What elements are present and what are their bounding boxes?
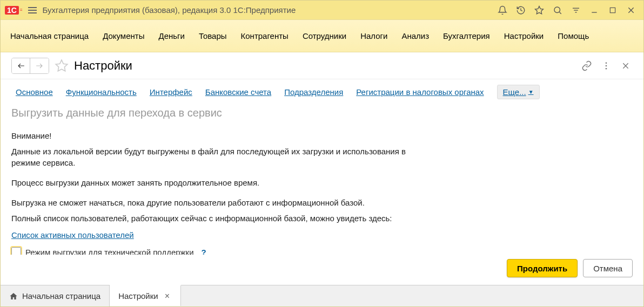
bottom-tabs: Начальная страница Настройки × [1,285,643,306]
title-actions [494,2,639,18]
menu-item-analysis[interactable]: Анализ [400,28,430,44]
content-area: Выгрузить данные для перехода в сервис В… [1,104,643,255]
nav-forward-button[interactable] [30,58,49,73]
menu-item-help[interactable]: Помощь [556,28,590,44]
menu-item-goods[interactable]: Товары [198,28,228,44]
menu-item-settings[interactable]: Настройки [503,28,545,44]
info-text-2: Процесс выгрузки данных может занять про… [11,177,433,188]
menu-item-home[interactable]: Начальная страница [9,28,90,44]
svg-point-11 [606,62,607,64]
menu-item-counterparties[interactable]: Контрагенты [240,28,290,44]
nav-back-button[interactable] [12,58,30,73]
nav-group [11,58,49,74]
title-bar: 1C≡ Бухгалтерия предприятия (базовая), р… [1,1,643,20]
active-users-link[interactable]: Список активных пользователей [11,230,633,240]
subnav-main[interactable]: Основное [16,87,53,97]
bottom-tab-label: Настройки [118,291,158,301]
svg-marker-0 [535,6,544,13]
subnav-more-button[interactable]: Еще... ▼ [497,85,540,99]
menu-item-documents[interactable]: Документы [102,28,145,44]
subnav-bank-accounts[interactable]: Банковские счета [205,87,271,97]
minimize-icon[interactable] [586,2,602,18]
tab-close-icon[interactable]: × [163,291,172,301]
svg-marker-10 [56,60,68,71]
buttons-row: Продолжить Отмена [1,255,643,285]
subnav-interface[interactable]: Интерфейс [150,87,192,97]
info-text-1: Данные из локальной версии будут выгруже… [11,146,433,168]
menu-item-employees[interactable]: Сотрудники [301,28,347,44]
app-logo: 1C≡ [5,6,22,15]
star-icon[interactable] [531,2,547,18]
svg-rect-7 [610,8,615,12]
home-icon [9,292,18,301]
page-title: Настройки [74,59,132,73]
chevron-down-icon: ▼ [528,89,534,95]
page-header-actions [580,59,633,73]
info-text-4: Полный список пользователей, работающих … [11,213,433,224]
filter-icon[interactable] [568,2,584,18]
subnav-divisions[interactable]: Подразделения [284,87,343,97]
page-header: Настройки [1,52,643,79]
checkbox-row: Режим выгрузки для технической поддержки… [11,247,633,255]
close-icon[interactable] [623,2,639,18]
checkbox-label: Режим выгрузки для технической поддержки [25,248,194,255]
subnav-tax-registrations[interactable]: Регистрации в налоговых органах [356,87,484,97]
link-icon[interactable] [580,59,594,73]
subnav-more-label: Еще... [503,87,526,97]
svg-point-13 [606,67,607,69]
svg-point-1 [554,7,560,13]
tech-support-mode-checkbox[interactable] [11,247,21,255]
favorite-star-icon[interactable] [55,59,69,73]
history-icon[interactable] [513,2,529,18]
more-vertical-icon[interactable] [599,59,613,73]
bottom-tab-settings[interactable]: Настройки × [110,285,181,306]
bell-icon[interactable] [494,2,511,18]
cancel-button[interactable]: Отмена [583,259,633,277]
main-menu: Начальная страница Документы Деньги Това… [1,20,643,52]
menu-item-money[interactable]: Деньги [157,28,185,44]
bottom-tab-label: Начальная страница [22,291,100,301]
sub-nav: Основное Функциональность Интерфейс Банк… [1,79,643,104]
menu-icon[interactable] [26,4,38,16]
menu-item-accounting[interactable]: Бухгалтерия [442,28,491,44]
menu-item-taxes[interactable]: Налоги [359,28,388,44]
subnav-functionality[interactable]: Функциональность [66,87,137,97]
help-icon[interactable]: ? [202,248,206,255]
search-icon[interactable] [549,2,566,18]
info-text-3: Выгрузка не сможет начаться, пока другие… [11,197,433,208]
close-page-icon[interactable] [619,59,633,73]
svg-line-2 [559,12,561,13]
continue-button[interactable]: Продолжить [507,259,578,277]
app-title: Бухгалтерия предприятия (базовая), редак… [43,5,296,15]
section-heading: Выгрузить данные для перехода в сервис [11,107,633,119]
maximize-icon[interactable] [605,2,621,18]
bottom-tab-home[interactable]: Начальная страница [1,285,110,306]
warning-label: Внимание! [11,130,433,141]
svg-point-12 [606,65,607,66]
